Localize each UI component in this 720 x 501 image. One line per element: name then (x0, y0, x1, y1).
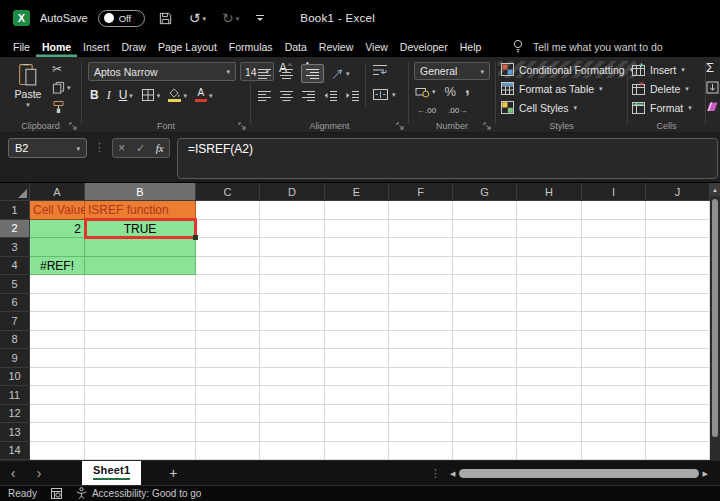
cell[interactable] (260, 238, 325, 257)
cell[interactable] (30, 405, 85, 424)
autosum-button[interactable]: Σ (706, 61, 714, 74)
cell[interactable] (196, 442, 260, 461)
cell[interactable] (646, 405, 710, 424)
cell[interactable] (646, 220, 710, 239)
cell[interactable] (389, 312, 453, 331)
tab-page-layout[interactable]: Page Layout (152, 36, 223, 57)
cell[interactable] (453, 405, 517, 424)
cell[interactable] (517, 368, 582, 387)
italic-button[interactable]: I (107, 89, 111, 101)
cell[interactable] (646, 386, 710, 405)
horizontal-scrollbar[interactable]: ◀ ▶ (450, 467, 708, 480)
row-header-9[interactable]: 9 (0, 349, 30, 368)
cell[interactable] (453, 423, 517, 442)
cell[interactable] (453, 257, 517, 276)
cell[interactable] (325, 368, 389, 387)
cell[interactable] (453, 331, 517, 350)
cell[interactable] (260, 257, 325, 276)
cell[interactable] (646, 238, 710, 257)
comma-style-button[interactable]: , (465, 85, 470, 92)
cell-a4[interactable]: #REF! (30, 257, 85, 276)
cell[interactable] (30, 386, 85, 405)
cell[interactable] (260, 201, 325, 220)
cell[interactable] (260, 423, 325, 442)
tab-insert[interactable]: Insert (77, 36, 115, 57)
cell[interactable] (389, 331, 453, 350)
cell[interactable] (260, 442, 325, 461)
redo-button[interactable]: ↻ ▾ (219, 9, 242, 27)
cell[interactable] (260, 331, 325, 350)
row-header-6[interactable]: 6 (0, 294, 30, 313)
save-button[interactable] (155, 9, 176, 28)
row-header-2[interactable]: 2 (0, 220, 30, 239)
cell[interactable] (260, 368, 325, 387)
cell[interactable] (582, 405, 646, 424)
cell[interactable] (389, 257, 453, 276)
cell[interactable] (30, 442, 85, 461)
cell[interactable] (325, 294, 389, 313)
tab-help[interactable]: Help (454, 36, 488, 57)
cell[interactable] (196, 275, 260, 294)
cell[interactable] (517, 201, 582, 220)
cell[interactable] (196, 368, 260, 387)
cell[interactable] (196, 238, 260, 257)
cell[interactable] (646, 275, 710, 294)
cell[interactable] (196, 405, 260, 424)
cell[interactable] (325, 201, 389, 220)
cell[interactable] (30, 423, 85, 442)
cell[interactable] (646, 312, 710, 331)
scroll-up-icon[interactable]: ▲ (710, 183, 720, 196)
cell-b2-active[interactable]: TRUE (85, 220, 196, 239)
cell[interactable] (517, 423, 582, 442)
cell[interactable] (582, 442, 646, 461)
column-header-i[interactable]: I (582, 183, 646, 201)
cell[interactable] (453, 368, 517, 387)
cell[interactable] (517, 275, 582, 294)
row-header-7[interactable]: 7 (0, 312, 30, 331)
cell[interactable] (196, 220, 260, 239)
increase-decimal-button[interactable]: ←.00 (417, 106, 436, 115)
row-header-8[interactable]: 8 (0, 331, 30, 350)
cell[interactable] (389, 423, 453, 442)
cell[interactable] (325, 238, 389, 257)
cell[interactable] (85, 294, 196, 313)
row-header-10[interactable]: 10 (0, 368, 30, 387)
cell-a3[interactable] (30, 238, 85, 257)
cell[interactable] (85, 423, 196, 442)
row-header-3[interactable]: 3 (0, 238, 30, 257)
number-format-select[interactable]: General ▾ (414, 62, 490, 80)
cell[interactable] (30, 275, 85, 294)
tab-draw[interactable]: Draw (115, 36, 152, 57)
bold-button[interactable]: B (90, 89, 99, 101)
accessibility-status[interactable]: Accessibility: Good to go (76, 487, 202, 500)
cell[interactable] (30, 349, 85, 368)
cell[interactable] (453, 201, 517, 220)
row-header-14[interactable]: 14 (0, 442, 30, 461)
percent-style-button[interactable]: % (445, 85, 457, 98)
cell[interactable] (389, 442, 453, 461)
undo-button[interactable]: ↺ ▾ (186, 9, 209, 27)
cell[interactable] (196, 257, 260, 276)
delete-cells-button[interactable]: Delete ▾ (632, 80, 689, 97)
cell[interactable] (582, 238, 646, 257)
cell-a2[interactable]: 2 (30, 220, 85, 239)
cell[interactable] (582, 312, 646, 331)
cell[interactable] (646, 201, 710, 220)
cell[interactable] (582, 349, 646, 368)
insert-cells-button[interactable]: Insert ▾ (632, 61, 685, 78)
underline-button[interactable]: U ▾ (119, 89, 133, 101)
previous-sheet-icon[interactable]: ‹ (0, 466, 26, 480)
cell[interactable] (517, 294, 582, 313)
cell[interactable] (389, 275, 453, 294)
cell[interactable] (517, 386, 582, 405)
cell[interactable] (646, 331, 710, 350)
cell[interactable] (260, 220, 325, 239)
cell[interactable] (325, 312, 389, 331)
cell[interactable] (30, 331, 85, 350)
column-header-f[interactable]: F (389, 183, 453, 201)
cell[interactable] (325, 257, 389, 276)
cell[interactable] (453, 312, 517, 331)
cell[interactable] (646, 294, 710, 313)
cell[interactable] (646, 368, 710, 387)
tab-view[interactable]: View (359, 36, 394, 57)
